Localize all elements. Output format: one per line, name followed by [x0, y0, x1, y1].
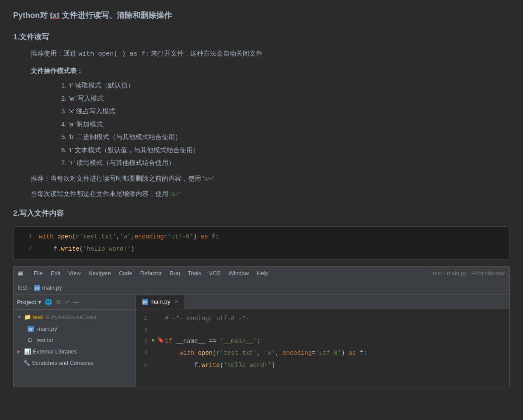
section2-num: 2. [13, 209, 19, 217]
line-content-2 [165, 325, 509, 327]
mode-table-title: 文件操作模式表： [31, 65, 510, 77]
section2-header: 2.写入文件内容 [13, 207, 510, 220]
main-content: Python对 txt 文件进行读写、清除和删除操作 1.文件读写 推荐使用：通… [0, 0, 523, 396]
code-content-2: f.write('hello word!') [39, 244, 134, 255]
line-num-editor-3: 3 [136, 336, 153, 346]
project-toolbar: Project ▾ 🌐 ⚙ ⇄ — [14, 295, 136, 310]
tab-mainpy[interactable]: py main.py ✕ [136, 295, 185, 309]
toolbar-arrows-icon[interactable]: ⇄ [65, 297, 70, 308]
ide-breadcrumb: test › py main.py [14, 281, 509, 295]
mode-list: 1. 'r' 读取模式（默认值） 2. 'w' 写入模式 3. 'x' 独占写入… [61, 80, 510, 168]
tab-py-icon: py [142, 299, 148, 305]
folder-icon: 📁 [24, 312, 31, 322]
line-content-3: if __name__ == '__main__': [165, 336, 509, 348]
editor-line-4: 4 ↕ with open(r'test.txt', 'w', encoding… [136, 347, 509, 360]
tree-scratches-label: Scratches and Consoles [32, 358, 94, 368]
external-folder-icon: 📊 [24, 347, 31, 357]
tree-item-test[interactable]: ▼ 📁 test E:\PythonSourceCode\t... [14, 312, 136, 323]
menu-view[interactable]: View [68, 269, 80, 278]
scroll-arrow-icon: ↕ [156, 347, 161, 356]
menu-file[interactable]: File [34, 269, 43, 278]
mainpy-icon: py [28, 326, 34, 332]
line-markers-3: ▶ 🔖 [153, 336, 165, 345]
code-block: 1 with open(r'test.txt','w',encoding='ut… [13, 226, 510, 260]
mode-item-2: 2. 'w' 写入模式 [61, 93, 510, 104]
line-num-editor-1: 1 [136, 313, 153, 323]
menu-navigate[interactable]: Navigate [88, 269, 111, 278]
code-content-1: with open(r'test.txt','w',encoding='utf-… [39, 232, 219, 242]
txt-highlight: txt [50, 11, 59, 20]
menu-edit[interactable]: Edit [51, 269, 60, 278]
editor-line-5: 5 f.write('hello word!') [136, 360, 509, 372]
ide-title: test - main.py - Administrator [433, 269, 505, 278]
toolbar-settings-icon[interactable]: ⚙ [56, 297, 61, 308]
project-tree: ▼ 📁 test E:\PythonSourceCode\t... py mai… [14, 310, 136, 370]
project-panel: Project ▾ 🌐 ⚙ ⇄ — ▼ 📁 test E:\PythonSour… [14, 295, 136, 387]
scratches-icon: 🔧 [23, 358, 30, 368]
ide-window: ▣ File Edit View Navigate Code Refactor … [13, 266, 510, 387]
intro-text: 推荐使用：通过 with open( ) as f: 来打开文件，这种方法会自动… [31, 48, 510, 60]
line-num-2: 2 [20, 244, 32, 254]
tree-external-arrow: ▶ [17, 347, 22, 356]
tree-item-external[interactable]: ▶ 📊 External Libraries [14, 346, 136, 357]
mode-item-4: 4. 'a' 附加模式 [61, 119, 510, 130]
line-num-editor-2: 2 [136, 325, 153, 336]
editor-panel: py main.py ✕ 1 # -*- coding: utf-8 -*- [136, 295, 509, 387]
project-label: Project ▾ [17, 298, 41, 307]
tab-close-icon[interactable]: ✕ [174, 298, 178, 306]
line-content-4: with open(r'test.txt', 'w', encoding='ut… [165, 347, 509, 360]
mode-item-1: 1. 'r' 读取模式（默认值） [61, 80, 510, 91]
tree-project-path: E:\PythonSourceCode\t... [45, 313, 100, 322]
section1-num: 1. [13, 33, 19, 41]
editor-line-2: 2 [136, 325, 509, 336]
toolbar-globe-icon[interactable]: 🌐 [45, 297, 52, 308]
mode-item-6: 6. 't' 文本模式（默认值，与其他模式结合使用） [61, 144, 510, 156]
bookmark-icon: 🔖 [157, 336, 164, 345]
line-content-5: f.write('hello word!') [165, 360, 509, 372]
toolbar-minus-icon[interactable]: — [73, 297, 80, 308]
mode-item-7: 7. '+' 读写模式（与其他模式结合使用） [61, 157, 510, 168]
menu-vcs[interactable]: VCS [209, 269, 221, 278]
code-line-1: 1 with open(r'test.txt','w',encoding='ut… [14, 231, 509, 243]
menu-help[interactable]: Help [257, 269, 268, 278]
breadcrumb-file: py main.py [34, 283, 62, 293]
ide-body: Project ▾ 🌐 ⚙ ⇄ — ▼ 📁 test E:\PythonSour… [14, 295, 509, 387]
line-content-1: # -*- coding: utf-8 -*- [165, 313, 509, 325]
menu-run[interactable]: Run [170, 269, 180, 278]
mode-item-5: 5. 'b' 二进制模式（与其他模式结合使用） [61, 131, 510, 143]
line-num-editor-5: 5 [136, 360, 153, 370]
line-num-1: 1 [20, 232, 32, 242]
breadcrumb-project: test [18, 283, 27, 293]
menu-tools[interactable]: Tools [188, 269, 201, 278]
py-file-icon: py [34, 285, 40, 291]
tree-testtxt-label: test.txt [36, 336, 53, 345]
menu-code[interactable]: Code [119, 269, 132, 278]
editor-line-3: 3 ▶ 🔖 if __name__ == '__main__': [136, 336, 509, 348]
tip1: 推荐：当每次对文件进行读写时都要删除之前的内容，使用 'w+' [31, 173, 510, 184]
tab-mainpy-label: main.py [150, 297, 171, 307]
tip2: 当每次读写文件都是在文件末尾增添内容，使用 'a+' [31, 188, 510, 200]
editor-line-1: 1 # -*- coding: utf-8 -*- [136, 313, 509, 325]
tree-item-testtxt[interactable]: 🗒 test.txt [14, 335, 136, 346]
tree-external-label: External Libraries [33, 347, 77, 357]
section1-header: 1.文件读写 [13, 31, 510, 44]
code-line-2: 2 f.write('hello word!') [14, 243, 509, 256]
menu-window[interactable]: Window [229, 269, 249, 278]
editor-code: 1 # -*- coding: utf-8 -*- 2 3 [136, 309, 509, 375]
mode-item-3: 3. 'x' 独占写入模式 [61, 105, 510, 117]
tree-project-name: test [33, 312, 43, 322]
tree-item-mainpy[interactable]: py main.py [14, 323, 136, 335]
editor-tabs: py main.py ✕ [136, 295, 509, 309]
breadcrumb-sep: › [30, 283, 31, 293]
run-marker-icon: ▶ [152, 336, 155, 345]
window-icon: ▣ [18, 269, 23, 278]
section1-body: 推荐使用：通过 with open( ) as f: 来打开文件，这种方法会自动… [31, 48, 510, 200]
ide-menubar: ▣ File Edit View Navigate Code Refactor … [14, 266, 509, 281]
line-num-editor-4: 4 [136, 347, 153, 358]
tree-mainpy-label: main.py [37, 324, 57, 334]
line-markers-4: ↕ [153, 347, 165, 356]
tree-item-scratches[interactable]: 🔧 Scratches and Consoles [14, 357, 136, 369]
menu-refactor[interactable]: Refactor [140, 269, 162, 278]
page-title: Python对 txt 文件进行读写、清除和删除操作 [13, 9, 510, 22]
testtxt-icon: 🗒 [28, 336, 33, 344]
